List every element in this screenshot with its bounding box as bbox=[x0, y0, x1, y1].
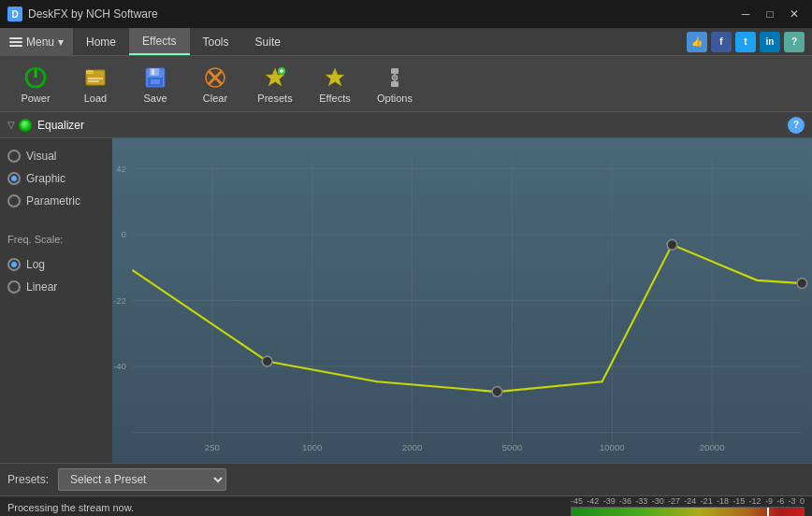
presets-label: Presets: bbox=[7, 473, 49, 486]
close-button[interactable]: ✕ bbox=[784, 4, 805, 24]
eq-control-point[interactable] bbox=[797, 279, 807, 289]
linear-label: Linear bbox=[26, 280, 57, 294]
linear-scale-option[interactable]: Linear bbox=[7, 279, 105, 295]
svg-text:5000: 5000 bbox=[502, 442, 522, 452]
level-meter: -45 -42 -39 -36 -33 -30 -27 -24 -21 -18 … bbox=[571, 496, 805, 516]
load-icon bbox=[82, 64, 109, 91]
menu-bar: Menu ▾ Home Effects Tools Suite 👍 f t in… bbox=[0, 28, 812, 56]
svg-text:42: 42 bbox=[116, 164, 126, 174]
options-icon bbox=[382, 64, 408, 91]
svg-text:1000: 1000 bbox=[302, 442, 322, 452]
svg-text:20000: 20000 bbox=[700, 442, 725, 452]
social-icons: 👍 f t in ? bbox=[687, 32, 812, 52]
svg-text:2000: 2000 bbox=[402, 442, 422, 452]
options-button[interactable]: Options bbox=[367, 60, 423, 108]
eq-chart[interactable]: 42 0 -22 -40 250 1000 2000 5000 10000 20… bbox=[112, 138, 812, 463]
clear-icon bbox=[202, 64, 228, 91]
log-label: Log bbox=[26, 258, 45, 271]
help-icon[interactable]: ? bbox=[784, 32, 805, 52]
svg-text:250: 250 bbox=[205, 442, 220, 452]
status-message: Processing the stream now. bbox=[7, 502, 134, 513]
svg-text:10000: 10000 bbox=[600, 442, 625, 452]
clear-button[interactable]: Clear bbox=[187, 60, 243, 108]
eq-control-point[interactable] bbox=[492, 387, 502, 397]
presets-select[interactable]: Select a Preset Flat Rock Pop Jazz Class… bbox=[58, 468, 226, 491]
svg-rect-18 bbox=[391, 68, 399, 74]
eq-control-point[interactable] bbox=[667, 239, 677, 250]
eq-body: Visual Graphic Parametric Freq. Scale: L… bbox=[0, 138, 812, 463]
presets-icon bbox=[262, 64, 288, 91]
title-bar: D DeskFX by NCH Software ─ □ ✕ bbox=[0, 0, 812, 28]
visual-radio bbox=[7, 150, 21, 163]
app-icon: D bbox=[7, 7, 22, 22]
eq-control-point[interactable] bbox=[262, 356, 272, 366]
menu-dropdown-button[interactable]: Menu ▾ bbox=[0, 28, 73, 55]
level-marker bbox=[767, 508, 769, 516]
eq-power-indicator bbox=[19, 119, 32, 132]
nav-items: Home Effects Tools Suite bbox=[73, 28, 294, 55]
svg-text:-22: -22 bbox=[113, 295, 126, 306]
effects-button[interactable]: Effects bbox=[307, 60, 363, 108]
svg-rect-11 bbox=[151, 79, 160, 84]
nav-home[interactable]: Home bbox=[73, 28, 129, 55]
load-button[interactable]: Load bbox=[67, 60, 123, 108]
nav-tools[interactable]: Tools bbox=[190, 28, 242, 55]
status-bar: Processing the stream now. -45 -42 -39 -… bbox=[0, 495, 812, 516]
eq-header: ▽ Equalizer ? bbox=[0, 112, 812, 138]
save-icon bbox=[142, 64, 168, 91]
collapse-button[interactable]: ▽ bbox=[7, 120, 15, 130]
maximize-button[interactable]: □ bbox=[760, 4, 780, 24]
freq-scale-label: Freq. Scale: bbox=[7, 234, 105, 245]
window-controls: ─ □ ✕ bbox=[735, 4, 805, 24]
minimize-button[interactable]: ─ bbox=[735, 4, 756, 24]
nav-effects[interactable]: Effects bbox=[129, 28, 189, 55]
svg-rect-6 bbox=[88, 80, 99, 82]
parametric-mode-option[interactable]: Parametric bbox=[7, 193, 105, 209]
effects-icon bbox=[322, 64, 348, 91]
power-button[interactable]: Power bbox=[7, 60, 64, 108]
svg-point-21 bbox=[392, 75, 398, 80]
log-radio bbox=[7, 258, 21, 271]
facebook-icon[interactable]: f bbox=[711, 32, 732, 52]
level-bar bbox=[571, 507, 805, 516]
parametric-label: Parametric bbox=[26, 194, 80, 208]
eq-help-button[interactable]: ? bbox=[788, 117, 805, 134]
chart-area: 42 0 -22 -40 250 1000 2000 5000 10000 20… bbox=[112, 138, 812, 463]
svg-rect-19 bbox=[391, 81, 399, 87]
svg-rect-4 bbox=[86, 70, 94, 74]
linear-radio bbox=[7, 280, 21, 294]
parametric-radio bbox=[7, 194, 21, 208]
save-button[interactable]: Save bbox=[127, 60, 183, 108]
svg-text:-40: -40 bbox=[113, 361, 126, 371]
nav-suite[interactable]: Suite bbox=[242, 28, 294, 55]
app-title: DeskFX by NCH Software bbox=[28, 7, 735, 21]
visual-label: Visual bbox=[26, 150, 56, 163]
eq-sidebar: Visual Graphic Parametric Freq. Scale: L… bbox=[0, 138, 112, 463]
presets-bar: Presets: Select a Preset Flat Rock Pop J… bbox=[0, 463, 812, 495]
presets-button[interactable]: Presets bbox=[247, 60, 303, 108]
linkedin-icon[interactable]: in bbox=[760, 32, 780, 52]
svg-text:0: 0 bbox=[122, 229, 126, 239]
svg-marker-17 bbox=[326, 68, 344, 86]
visual-mode-option[interactable]: Visual bbox=[7, 148, 105, 165]
graphic-radio bbox=[7, 172, 21, 185]
svg-rect-5 bbox=[88, 78, 103, 79]
power-icon bbox=[22, 64, 49, 91]
twitter-icon[interactable]: t bbox=[735, 32, 756, 52]
hamburger-icon bbox=[9, 37, 22, 47]
graphic-label: Graphic bbox=[26, 172, 65, 185]
thumbs-up-icon[interactable]: 👍 bbox=[687, 32, 707, 52]
eq-title: Equalizer bbox=[37, 119, 84, 132]
log-scale-option[interactable]: Log bbox=[7, 256, 105, 273]
graphic-mode-option[interactable]: Graphic bbox=[7, 170, 105, 187]
toolbar: Power Load Save bbox=[0, 56, 812, 112]
svg-rect-9 bbox=[152, 69, 154, 75]
